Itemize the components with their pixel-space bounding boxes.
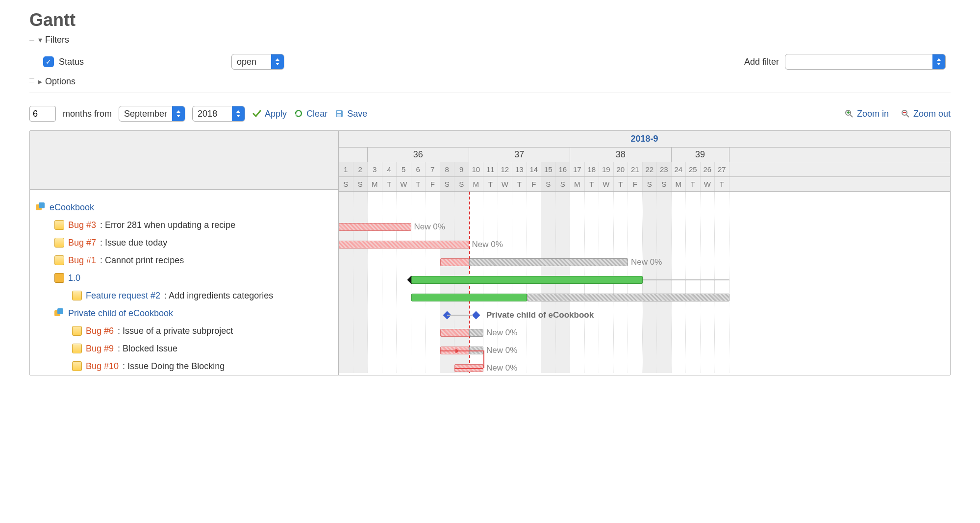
issue-link[interactable]: Feature request #2 xyxy=(86,291,160,301)
status-select[interactable]: open xyxy=(231,54,284,70)
issue-row: Bug #7: Issue due today xyxy=(30,234,338,251)
dow-header-cell: S xyxy=(541,177,556,191)
issue-link[interactable]: Bug #1 xyxy=(68,255,96,266)
gantt-bar[interactable] xyxy=(440,329,469,337)
project-icon xyxy=(54,308,64,318)
dow-header-cell: M xyxy=(469,177,484,191)
week-header-cell xyxy=(339,148,368,162)
gantt-chart: eCookbookBug #3: Error 281 when updating… xyxy=(29,130,951,375)
gantt-timeline[interactable]: 2018-9 36373839 123456789101112131415161… xyxy=(339,131,950,375)
dow-header-cell: T xyxy=(715,177,729,191)
project-row: eCookbook xyxy=(30,199,338,216)
issue-link[interactable]: Bug #10 xyxy=(86,361,119,372)
dow-header-cell: S xyxy=(657,177,672,191)
dow-header-cell: T xyxy=(483,177,498,191)
version-link[interactable]: 1.0 xyxy=(68,273,80,283)
add-filter-select[interactable] xyxy=(785,54,946,70)
arrowhead-icon xyxy=(455,349,459,353)
day-header-cell: 6 xyxy=(411,162,426,176)
day-header-cell: 24 xyxy=(672,162,686,176)
issue-icon xyxy=(72,291,82,300)
gantt-bar[interactable] xyxy=(440,258,469,266)
gantt-bar[interactable] xyxy=(411,294,527,301)
day-header-cell: 12 xyxy=(498,162,513,176)
dow-header-cell: W xyxy=(498,177,513,191)
issue-row: Bug #3: Error 281 when updating a recipe xyxy=(30,216,338,234)
zoom-out-icon xyxy=(901,109,910,119)
day-header-cell: 13 xyxy=(512,162,527,176)
page-title: Gantt xyxy=(29,10,951,30)
save-button[interactable]: Save xyxy=(334,109,367,119)
day-header-cell: 26 xyxy=(701,162,715,176)
day-header-cell: 19 xyxy=(599,162,614,176)
month-select[interactable]: September xyxy=(119,106,185,122)
options-toggle[interactable]: ▸ Options xyxy=(34,76,951,87)
issue-row: Bug #1: Cannot print recipes xyxy=(30,251,338,269)
months-input[interactable] xyxy=(29,106,56,122)
add-filter-select-value xyxy=(785,60,932,64)
week-header-cell: 39 xyxy=(672,148,729,162)
gantt-bar-label: New 0% xyxy=(486,363,517,373)
issue-icon xyxy=(54,255,64,265)
dow-header-cell: S xyxy=(556,177,571,191)
updown-icon xyxy=(271,54,284,69)
dow-header-cell: T xyxy=(411,177,426,191)
issue-row: Bug #6: Issue of a private subproject xyxy=(30,322,338,340)
dow-header-cell: F xyxy=(527,177,542,191)
issue-link[interactable]: Bug #7 xyxy=(68,238,96,248)
year-select[interactable]: 2018 xyxy=(192,106,245,122)
issue-link[interactable]: Bug #6 xyxy=(86,326,114,336)
dow-header-cell: F xyxy=(426,177,440,191)
issue-title: : Blocked Issue xyxy=(118,344,177,354)
gantt-bar[interactable] xyxy=(339,223,411,231)
dow-header-cell: T xyxy=(585,177,600,191)
dow-header-cell: S xyxy=(353,177,368,191)
day-header-cell: 1 xyxy=(339,162,353,176)
day-header-cell: 9 xyxy=(454,162,469,176)
zoom-out-button[interactable]: Zoom out xyxy=(901,109,951,119)
months-from-label: months from xyxy=(63,109,112,119)
gantt-bar[interactable] xyxy=(339,241,469,249)
updown-icon xyxy=(932,54,945,69)
apply-button[interactable]: Apply xyxy=(252,109,287,119)
week-header-cell: 37 xyxy=(469,148,571,162)
issue-row: Feature request #2: Add ingredients cate… xyxy=(30,287,338,304)
dow-header-cell: T xyxy=(382,177,397,191)
day-header-cell: 27 xyxy=(715,162,729,176)
dow-header-cell: W xyxy=(397,177,411,191)
dow-header-cell: M xyxy=(570,177,585,191)
dow-header-cell: T xyxy=(512,177,527,191)
gantt-bar-label: New 0% xyxy=(486,346,517,355)
day-header-cell: 21 xyxy=(628,162,643,176)
week-header-row: 36373839 xyxy=(339,148,950,162)
zoom-in-button[interactable]: Zoom in xyxy=(844,109,889,119)
status-checkbox[interactable]: ✓ xyxy=(43,56,54,67)
day-header-cell: 17 xyxy=(570,162,585,176)
issue-row: Bug #10: Issue Doing the Blocking xyxy=(30,357,338,375)
day-header-cell: 3 xyxy=(368,162,382,176)
dow-header-cell: M xyxy=(368,177,382,191)
version-icon xyxy=(54,273,64,283)
day-header-cell: 18 xyxy=(585,162,600,176)
issue-link[interactable]: Bug #3 xyxy=(68,220,96,230)
filters-toggle[interactable]: ▾ Filters xyxy=(34,35,951,45)
gantt-bar[interactable] xyxy=(469,329,484,337)
updown-icon xyxy=(232,106,245,121)
project-row: Private child of eCookbook xyxy=(30,304,338,322)
svg-rect-1 xyxy=(337,111,341,113)
day-header-cell: 15 xyxy=(541,162,556,176)
clear-button[interactable]: Clear xyxy=(294,109,327,119)
issue-row: Bug #9: Blocked Issue xyxy=(30,340,338,357)
gantt-bar-label: Private child of eCookbook xyxy=(486,310,594,320)
gantt-bar[interactable] xyxy=(469,258,628,266)
filters-section-label: Filters xyxy=(45,35,69,45)
project-link[interactable]: Private child of eCookbook xyxy=(68,308,173,319)
project-link[interactable]: eCookbook xyxy=(50,202,94,213)
day-header-cell: 10 xyxy=(469,162,484,176)
day-header-cell: 11 xyxy=(483,162,498,176)
gantt-bar[interactable] xyxy=(411,276,643,284)
issue-title: : Add ingredients categories xyxy=(164,291,273,301)
gantt-bar[interactable] xyxy=(527,294,729,301)
issue-link[interactable]: Bug #9 xyxy=(86,344,114,354)
version-row: 1.0 xyxy=(30,269,338,287)
